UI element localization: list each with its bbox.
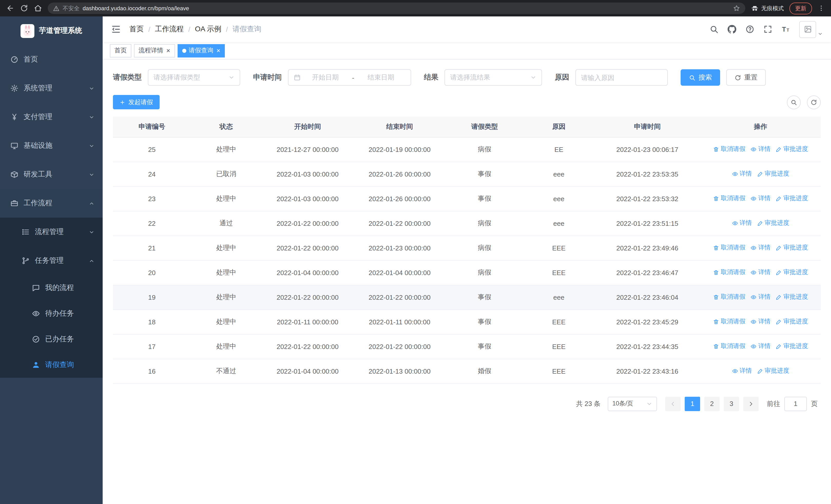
column-header: 开始时间: [261, 117, 354, 137]
action-progress-link[interactable]: 审批进度: [776, 268, 808, 277]
action-progress-link[interactable]: 审批进度: [776, 145, 808, 154]
leave-type-select[interactable]: 请选择请假类型: [148, 69, 240, 86]
next-page-button[interactable]: [743, 396, 758, 411]
action-progress-link[interactable]: 审批进度: [757, 367, 790, 376]
action-detail-link[interactable]: 详情: [751, 342, 771, 351]
action-detail-link[interactable]: 详情: [751, 293, 771, 301]
action-detail-link[interactable]: 详情: [751, 194, 771, 203]
table-header-row: 申请编号状态开始时间结束时间请假类型原因申请时间操作: [113, 117, 821, 137]
cell-reason: eee: [523, 162, 594, 186]
tab-home[interactable]: 首页: [110, 44, 132, 57]
monitor-icon: [10, 142, 19, 150]
sidebar-item-payment[interactable]: 支付管理: [0, 102, 103, 131]
action-detail-link[interactable]: 详情: [732, 367, 752, 376]
cell-id: 16: [113, 359, 191, 383]
reset-button[interactable]: 重置: [726, 69, 766, 86]
navbar-search-icon[interactable]: [709, 25, 719, 34]
search-button[interactable]: 搜索: [681, 69, 720, 86]
github-icon[interactable]: [727, 25, 737, 34]
sidebar-item-devtools[interactable]: 研发工具: [0, 160, 103, 189]
page-button-1[interactable]: 1: [685, 396, 700, 411]
refresh-table-button[interactable]: [807, 95, 821, 109]
breadcrumb-item[interactable]: 首页: [130, 25, 144, 34]
sidebar-item-workflow[interactable]: 工作流程: [0, 189, 103, 217]
sidebar-item-done-tasks[interactable]: 已办任务: [0, 326, 103, 352]
pen-icon: [776, 319, 782, 325]
action-detail-link[interactable]: 详情: [732, 170, 752, 178]
browser-reload-icon[interactable]: [20, 4, 28, 12]
prev-page-button[interactable]: [665, 396, 681, 411]
app-logo: 芋道管理系统: [0, 17, 103, 45]
create-leave-button[interactable]: 发起请假: [113, 95, 160, 109]
cell-id: 19: [113, 285, 191, 309]
action-cancel-link[interactable]: 取消请假: [713, 145, 746, 154]
reason-label: 原因: [555, 73, 569, 82]
cell-type: 事假: [446, 186, 523, 211]
sidebar-item-home[interactable]: 首页: [0, 45, 103, 74]
action-progress-link[interactable]: 审批进度: [757, 170, 790, 178]
action-progress-link[interactable]: 审批进度: [776, 318, 808, 326]
sidebar-item-leave-query[interactable]: 请假查询: [0, 352, 103, 378]
breadcrumb-separator: /: [189, 25, 191, 33]
cell-actions: 详情审批进度: [700, 359, 821, 383]
tab-close-icon[interactable]: ×: [166, 47, 170, 54]
breadcrumb-item[interactable]: 工作流程: [155, 25, 184, 34]
action-detail-link[interactable]: 详情: [751, 243, 771, 252]
action-detail-link[interactable]: 详情: [751, 318, 771, 326]
tab-process-detail[interactable]: 流程详情×: [134, 44, 175, 57]
breadcrumb-item[interactable]: OA 示例: [195, 25, 222, 34]
cell-type: 事假: [446, 334, 523, 359]
bookmark-star-icon[interactable]: [733, 5, 740, 12]
action-cancel-link[interactable]: 取消请假: [713, 243, 746, 252]
result-select[interactable]: 请选择流结果: [445, 69, 542, 86]
fullscreen-icon[interactable]: [763, 25, 773, 34]
action-progress-link[interactable]: 审批进度: [776, 342, 808, 351]
browser-menu-icon[interactable]: [818, 5, 825, 12]
action-detail-link[interactable]: 详情: [751, 268, 771, 277]
chevron-down-icon: [89, 172, 94, 177]
reason-input[interactable]: [575, 69, 668, 86]
action-label: 取消请假: [721, 342, 746, 351]
action-cancel-link[interactable]: 取消请假: [713, 293, 746, 301]
action-cancel-link[interactable]: 取消请假: [713, 194, 746, 203]
page-button-3[interactable]: 3: [724, 396, 739, 411]
page-size-select[interactable]: 10条/页: [608, 396, 657, 411]
sidebar-item-process-management[interactable]: 流程管理: [0, 217, 103, 246]
cell-actions: 取消请假详情审批进度: [700, 309, 821, 334]
sidebar-item-infrastructure[interactable]: 基础设施: [0, 131, 103, 160]
pen-icon: [776, 294, 782, 300]
sidebar-toggle-icon[interactable]: [111, 24, 121, 34]
browser-home-icon[interactable]: [34, 4, 42, 12]
sidebar-item-task-management[interactable]: 任务管理: [0, 246, 103, 275]
sidebar-item-todo-tasks[interactable]: 待办任务: [0, 301, 103, 326]
apply-time-range-input[interactable]: 开始日期 - 结束日期: [288, 69, 411, 86]
action-cancel-link[interactable]: 取消请假: [713, 268, 746, 277]
cell-applied: 2022-01-22 23:43:16: [594, 359, 700, 383]
browser-back-icon[interactable]: [6, 4, 15, 12]
action-detail-link[interactable]: 详情: [751, 145, 771, 154]
action-progress-link[interactable]: 审批进度: [776, 243, 808, 252]
sidebar-item-my-process[interactable]: 我的流程: [0, 275, 103, 301]
page-button-2[interactable]: 2: [704, 396, 720, 411]
action-progress-link[interactable]: 审批进度: [776, 194, 808, 203]
action-progress-link[interactable]: 审批进度: [757, 219, 790, 228]
tab-leave-query[interactable]: 请假查询×: [177, 44, 225, 57]
action-progress-link[interactable]: 审批进度: [776, 293, 808, 301]
goto-page-input[interactable]: [784, 396, 807, 411]
action-cancel-link[interactable]: 取消请假: [713, 318, 746, 326]
incognito-label: 无痕模式: [761, 4, 784, 12]
tab-close-icon[interactable]: ×: [216, 47, 220, 54]
toggle-search-button[interactable]: [787, 95, 801, 109]
eye-icon: [751, 319, 757, 325]
cell-actions: 详情审批进度: [700, 162, 821, 186]
action-cancel-link[interactable]: 取消请假: [713, 342, 746, 351]
security-label: 不安全: [63, 4, 80, 12]
font-size-icon[interactable]: TT: [781, 25, 791, 34]
action-detail-link[interactable]: 详情: [732, 219, 752, 228]
sidebar-item-system[interactable]: 系统管理: [0, 74, 103, 102]
help-icon[interactable]: [745, 25, 754, 34]
user-avatar-menu[interactable]: [799, 21, 823, 38]
cell-applied: 2022-01-22 23:53:32: [594, 186, 700, 211]
address-bar[interactable]: 不安全 dashboard.yudao.iocoder.cn/bpm/oa/le…: [48, 3, 745, 14]
update-button[interactable]: 更新: [790, 2, 812, 14]
